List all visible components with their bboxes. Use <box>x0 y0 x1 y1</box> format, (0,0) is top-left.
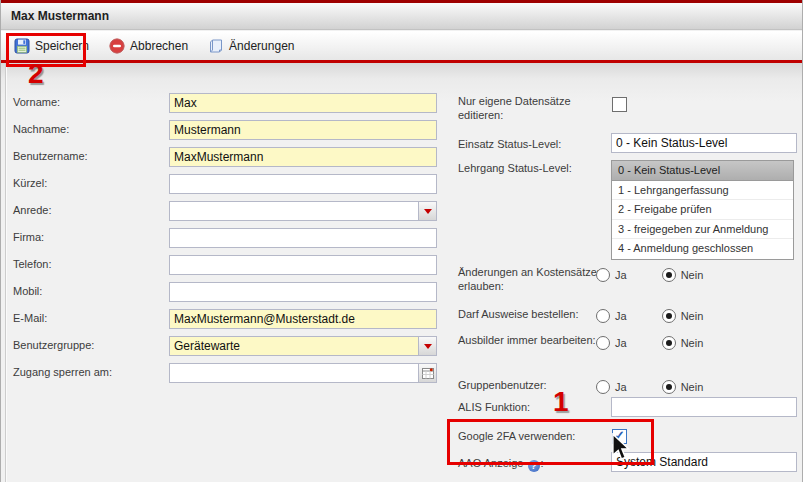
telefon-input[interactable] <box>169 255 437 275</box>
row-benutzergruppe: Benutzergruppe: Gerätewarte <box>1 336 451 357</box>
list-item-status-1[interactable]: 1 - Lehrgangerfassung <box>612 181 793 201</box>
anrede-label: Anrede: <box>13 204 52 216</box>
radio-label-nein: Nein <box>681 269 704 281</box>
vorname-value: Max <box>174 96 197 110</box>
kuerzel-label: Kürzel: <box>13 177 47 189</box>
benutzername-value: MaxMustermann <box>174 150 263 164</box>
chevron-down-icon <box>424 344 432 349</box>
toolbar: Speichern Abbrechen Änderungen <box>1 31 802 63</box>
row-mobil: Mobil: <box>1 282 451 303</box>
lehrgang-status-dropdown-list: 0 - Kein Status-Level 1 - Lehrgangerfass… <box>611 160 794 260</box>
row-zugang-sperren: Zugang sperren am: <box>1 363 451 384</box>
kostensaetze-radio-ja[interactable] <box>596 268 610 282</box>
nachname-input[interactable]: Mustermann <box>169 120 437 140</box>
radio-label-nein: Nein <box>681 381 704 393</box>
cancel-button[interactable]: Abbrechen <box>106 36 191 56</box>
list-item-status-2[interactable]: 2 - Freigabe prüfen <box>612 200 793 220</box>
list-item-status-4[interactable]: 4 - Anmeldung geschlossen <box>612 239 793 259</box>
email-value: MaxMustermann@Musterstadt.de <box>174 312 355 326</box>
help-icon[interactable]: ? <box>528 460 540 472</box>
row-nachname: Nachname: Mustermann <box>1 120 451 141</box>
email-label: E-Mail: <box>13 312 47 324</box>
save-button[interactable]: Speichern <box>11 36 92 56</box>
ausweise-label: Darf Ausweise bestellen: <box>458 307 606 321</box>
aao-anzeige-label-text: AAO Anzeige <box>458 457 523 469</box>
google-2fa-label: Google 2FA verwenden: <box>458 429 606 443</box>
kuerzel-input[interactable] <box>169 174 437 194</box>
row-kuerzel: Kürzel: <box>1 174 451 195</box>
ausbilder-radio-nein[interactable] <box>662 336 676 350</box>
benutzergruppe-combo[interactable]: Gerätewarte <box>169 336 437 356</box>
telefon-label: Telefon: <box>13 258 52 270</box>
row-telefon: Telefon: <box>1 255 451 276</box>
benutzername-input[interactable]: MaxMustermann <box>169 147 437 167</box>
benutzername-label: Benutzername: <box>13 150 88 162</box>
floppy-icon <box>14 38 30 54</box>
google-2fa-checkbox[interactable] <box>612 429 627 444</box>
nachname-label: Nachname: <box>13 123 69 135</box>
zugang-sperren-input[interactable] <box>169 363 437 383</box>
firma-label: Firma: <box>13 231 44 243</box>
radio-label-nein: Nein <box>681 310 704 322</box>
row-email: E-Mail: MaxMustermann@Musterstadt.de <box>1 309 451 330</box>
nachname-value: Mustermann <box>174 123 241 137</box>
radio-label-ja: Ja <box>615 310 627 322</box>
zugang-sperren-label: Zugang sperren am: <box>13 366 112 378</box>
kostensaetze-radio-nein[interactable] <box>662 268 676 282</box>
ausweise-radio-group: Ja Nein <box>596 308 703 324</box>
panel-header: Max Mustermann <box>1 3 802 30</box>
benutzergruppe-dropdown-trigger[interactable] <box>418 337 436 355</box>
ausweise-radio-nein[interactable] <box>662 309 676 323</box>
alis-funktion-input[interactable] <box>611 397 797 417</box>
einsatz-status-value: 0 - Kein Status-Level <box>616 136 727 150</box>
aao-anzeige-value: System Standard <box>616 455 708 469</box>
mobil-input[interactable] <box>169 282 437 302</box>
chevron-down-icon <box>424 209 432 214</box>
page-title: Max Mustermann <box>11 9 109 23</box>
list-item-status-3[interactable]: 3 - freigegeben zur Anmeldung <box>612 220 793 240</box>
row-vorname: Vorname: Max <box>1 93 451 114</box>
vorname-input[interactable]: Max <box>169 93 437 113</box>
changes-button-label: Änderungen <box>229 39 294 53</box>
user-edit-panel: Max Mustermann Speichern Abbrechen <box>0 0 803 482</box>
list-item-status-0[interactable]: 0 - Kein Status-Level <box>612 161 793 181</box>
email-input[interactable]: MaxMustermann@Musterstadt.de <box>169 309 437 329</box>
aao-anzeige-input[interactable]: System Standard <box>611 452 797 472</box>
ausbilder-radio-ja[interactable] <box>596 336 610 350</box>
radio-label-ja: Ja <box>615 337 627 349</box>
gruppenbenutzer-radio-group: Ja Nein <box>596 379 703 395</box>
changes-button[interactable]: Änderungen <box>205 36 297 56</box>
lehrgang-status-label: Lehrgang Status-Level: <box>458 161 606 175</box>
save-button-label: Speichern <box>35 39 89 53</box>
mobil-label: Mobil: <box>13 285 42 297</box>
row-anrede: Anrede: <box>1 201 451 222</box>
einsatz-status-label: Einsatz Status-Level: <box>458 137 606 151</box>
annotation-number-1: 1 <box>553 386 569 418</box>
kostensaetze-label: Änderungen an Kostensätzen erlauben: <box>458 265 606 293</box>
own-records-label: Nur eigene Datensätze editieren: <box>458 94 606 122</box>
gruppenbenutzer-radio-nein[interactable] <box>662 380 676 394</box>
vorname-label: Vorname: <box>13 96 60 108</box>
date-picker-trigger[interactable] <box>418 364 436 382</box>
kostensaetze-radio-group: Ja Nein <box>596 267 703 283</box>
gruppenbenutzer-label: Gruppenbenutzer: <box>458 378 606 392</box>
radio-label-nein: Nein <box>681 337 704 349</box>
anrede-combo[interactable] <box>169 201 437 221</box>
row-benutzername: Benutzername: MaxMustermann <box>1 147 451 168</box>
cancel-button-label: Abbrechen <box>130 39 188 53</box>
ausbilder-radio-group: Ja Nein <box>596 335 703 351</box>
einsatz-status-input[interactable]: 0 - Kein Status-Level <box>611 133 797 153</box>
alis-funktion-label: ALIS Funktion: <box>458 400 606 414</box>
ausbilder-label: Ausbilder immer bearbeiten: <box>458 333 606 347</box>
anrede-dropdown-trigger[interactable] <box>418 202 436 220</box>
firma-input[interactable] <box>169 228 437 248</box>
row-firma: Firma: <box>1 228 451 249</box>
ausweise-radio-ja[interactable] <box>596 309 610 323</box>
changes-icon <box>208 38 224 54</box>
annotation-number-2: 2 <box>28 58 44 90</box>
own-records-checkbox[interactable] <box>612 97 627 112</box>
calendar-icon <box>422 367 434 379</box>
radio-label-ja: Ja <box>615 269 627 281</box>
benutzergruppe-label: Benutzergruppe: <box>13 339 94 351</box>
gruppenbenutzer-radio-ja[interactable] <box>596 380 610 394</box>
